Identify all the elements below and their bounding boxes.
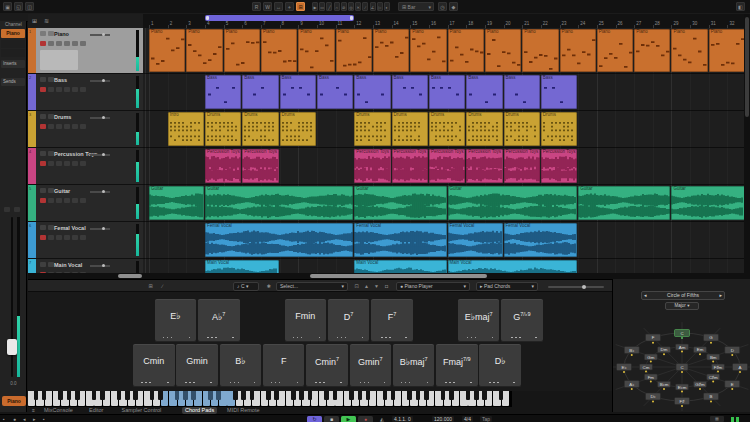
chord-pad[interactable]: E♭maj7 [458, 299, 500, 342]
lock-button[interactable] [72, 235, 78, 240]
pad-chords-dropdown[interactable]: ▸ Pad Chords ▾ [476, 282, 538, 291]
fader-cap[interactable] [7, 339, 17, 355]
midi-audio-event[interactable]: Bass [429, 75, 465, 109]
midi-audio-event[interactable]: Percussion Toys [504, 149, 540, 183]
lock-button[interactable] [72, 161, 78, 166]
black-key[interactable] [383, 391, 388, 400]
track-volume-handle[interactable] [102, 116, 105, 119]
object-selection-tool-icon[interactable]: ▶ [312, 2, 318, 11]
record-enable-button[interactable] [40, 87, 46, 92]
midi-audio-event[interactable]: Drums [541, 112, 577, 146]
midi-audio-event[interactable]: Guitar [205, 186, 353, 220]
black-key[interactable] [482, 391, 487, 400]
track-row-drums[interactable]: 3Drums [28, 111, 143, 148]
black-key[interactable] [499, 391, 504, 400]
chord-pad[interactable]: A♭7 [198, 299, 240, 342]
timebase-button[interactable] [80, 198, 86, 203]
midi-audio-event[interactable]: Main Vocal [354, 260, 446, 273]
auto-scroll-icon[interactable]: ↔ [274, 2, 283, 11]
midi-audio-event[interactable]: Drums [429, 112, 465, 146]
black-key[interactable] [100, 391, 105, 400]
track-volume-handle[interactable] [102, 153, 105, 156]
track-row-percussion-toys[interactable]: 4Percussion Toys [28, 148, 143, 185]
solo-button[interactable] [48, 225, 54, 230]
track-volume-handle[interactable] [102, 227, 105, 230]
mute-button[interactable] [40, 77, 46, 82]
midi-audio-event[interactable]: Piano [186, 29, 222, 72]
tempo-display[interactable]: 120.000 [432, 416, 454, 422]
cycle-button[interactable]: ↻ [307, 416, 322, 422]
black-key[interactable] [299, 391, 304, 400]
track-list-hscroll-thumb[interactable] [118, 274, 142, 278]
chord-node-A[interactable]: A [733, 364, 748, 374]
circle-of-fifths-wheel[interactable]: CGDAEBF♯D♭A♭E♭B♭FAmEmBmF♯mC♯mG♯mE♭mB♭mFm… [613, 311, 750, 411]
black-key[interactable] [183, 391, 188, 400]
midi-audio-event[interactable]: Piano [298, 29, 334, 72]
black-key[interactable] [241, 391, 246, 400]
black-key[interactable] [75, 391, 80, 400]
solo-button[interactable] [48, 262, 54, 267]
midi-audio-event[interactable]: Bass [205, 75, 241, 109]
midi-audio-event[interactable]: Femal Vocal [205, 223, 353, 257]
track-row-main-vocal[interactable]: 7Main Vocal [28, 259, 143, 273]
chord-node-C[interactable]: C [675, 330, 690, 340]
black-key[interactable] [125, 391, 130, 400]
midi-audio-event[interactable]: Bass [392, 75, 428, 109]
freeze-button[interactable] [64, 235, 70, 240]
timebase-button[interactable] [80, 41, 86, 46]
black-key[interactable] [58, 391, 63, 400]
arrangement-hscroll-thumb[interactable] [310, 274, 487, 278]
midi-audio-event[interactable]: Percussion Toys [466, 149, 502, 183]
chord-pad[interactable]: D7 [328, 299, 370, 342]
midi-audio-event[interactable]: Drums [504, 112, 540, 146]
midi-audio-event[interactable]: Piano [522, 29, 558, 72]
solo-button[interactable] [48, 31, 54, 36]
mute-button[interactable] [4, 207, 10, 212]
chord-node-F[interactable]: F [646, 334, 661, 344]
timebase-button[interactable] [80, 124, 86, 129]
workspace-icon[interactable]: ◷ [438, 2, 447, 11]
midi-audio-event[interactable]: Piano [671, 29, 707, 72]
erase-tool-icon[interactable]: ⊘ [341, 2, 347, 11]
freeze-button[interactable] [64, 124, 70, 129]
track-volume-handle[interactable] [102, 33, 105, 36]
monitor-button[interactable] [48, 235, 54, 240]
position-display[interactable]: 4.1.1. 0 [392, 416, 413, 422]
tab-midi-remote[interactable]: MIDI Remote [227, 407, 259, 414]
channel-slot[interactable] [1, 40, 25, 48]
black-key[interactable] [407, 391, 412, 400]
solo-button[interactable] [48, 151, 54, 156]
chord-node-Cm[interactable]: Cm [640, 364, 653, 373]
mute-tool-icon[interactable]: ✕ [355, 2, 361, 11]
track-row-piano[interactable]: 1Piano [28, 28, 143, 74]
cycle-end-handle[interactable] [350, 16, 353, 20]
transport-modes-icon[interactable]: ▪ [3, 416, 5, 422]
black-key[interactable] [216, 391, 221, 400]
window-layout-icon[interactable]: ◧ [736, 2, 745, 11]
add-pad-icon[interactable]: ⊞ [146, 282, 155, 291]
grid-type-dropdown[interactable]: ⊞ Bar ▾ [398, 2, 434, 11]
play-tool-icon[interactable]: ▷ [377, 2, 383, 11]
midi-audio-event[interactable]: Drums [466, 112, 502, 146]
chord-pad[interactable]: Fmin [285, 299, 327, 342]
timebase-button[interactable] [80, 235, 86, 240]
midi-audio-event[interactable]: Bass [466, 75, 502, 109]
inserts-section[interactable]: Inserts [1, 60, 25, 68]
black-key[interactable] [424, 391, 429, 400]
record-mode-icon[interactable]: ● [13, 416, 16, 422]
mute-button[interactable] [40, 151, 46, 156]
midi-audio-event[interactable]: Femal Vocal [354, 223, 446, 257]
tab-mixconsole[interactable]: MixConsole [44, 407, 73, 414]
fader-value[interactable]: 0.0 [0, 381, 27, 386]
midi-audio-event[interactable]: Guitar [578, 186, 670, 220]
chord-node-Em[interactable]: Em [694, 347, 707, 356]
stop-button[interactable]: ■ [324, 416, 339, 422]
automation-write-icon[interactable]: W [263, 2, 272, 11]
black-key[interactable] [175, 391, 180, 400]
black-key[interactable] [42, 391, 47, 400]
preset-dropdown[interactable]: Select... ▾ [276, 282, 348, 291]
chord-node-Dm[interactable]: Dm [658, 347, 671, 356]
midi-audio-event[interactable]: Piano [336, 29, 372, 72]
chord-node-Am[interactable]: Am [676, 344, 689, 353]
snap-type-active-icon[interactable]: ⊞ [296, 2, 305, 11]
